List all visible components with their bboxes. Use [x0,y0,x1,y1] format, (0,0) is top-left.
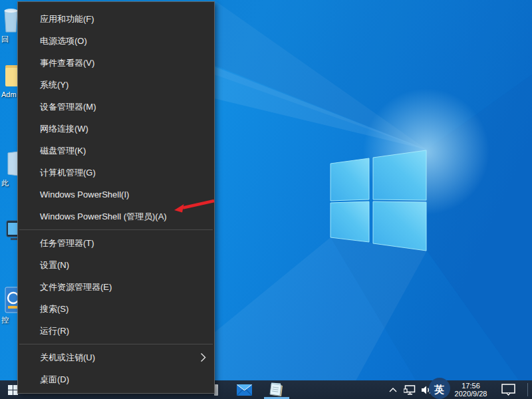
menu-item-run[interactable]: 运行(R) [18,320,214,342]
menu-item-windows-powershell[interactable]: Windows PowerShell(I) [18,184,214,205]
mail-icon [237,384,252,396]
menu-item-windows-powershell-admin[interactable]: Windows PowerShell (管理员)(A) [18,205,214,227]
desktop-icon-label: Adm [1,90,17,98]
desktop-screen: { "menu": { "groups": [ [ {"label": "应用和… [0,0,532,399]
menu-item-device-manager[interactable]: 设备管理器(M) [18,96,214,118]
menu-item-shutdown-or-signout[interactable]: 关机或注销(U) [18,346,214,368]
desktop-icon-label: 回 [1,35,9,45]
folder-icon [0,63,19,89]
recycle-bin-icon [0,5,19,33]
tray-action-center-button[interactable] [499,380,517,399]
menu-item-settings[interactable]: 设置(N) [18,254,214,276]
menu-item-event-viewer[interactable]: 事件查看器(V) [18,52,214,74]
taskbar-notepad-button[interactable] [265,380,289,399]
desktop-icon-recycle-bin[interactable]: 回 [0,5,19,45]
menu-item-network-connections[interactable]: 网络连接(W) [18,118,214,140]
tray-time: 17:56 [447,382,495,390]
taskbar-mail-button[interactable] [234,380,254,399]
tray-clock[interactable]: 17:56 2020/9/28 [447,382,495,398]
show-desktop-button[interactable] [527,383,528,396]
monitor-icon [0,218,19,247]
notepad-icon [269,382,284,397]
desktop-icon-document[interactable]: 此 [0,150,19,190]
menu-item-desktop[interactable]: 桌面(D) [18,368,214,390]
menu-item-power-options[interactable]: 电源选项(O) [18,30,214,52]
desktop-icon-control-panel[interactable]: 控 [0,286,19,327]
menu-item-file-explorer[interactable]: 文件资源管理器(E) [18,276,214,298]
tray-network-button[interactable] [402,380,418,399]
menu-item-task-manager[interactable]: 任务管理器(T) [18,232,214,254]
document-icon [0,150,19,177]
chevron-up-icon [389,388,397,392]
menu-item-system[interactable]: 系统(Y) [18,74,214,96]
network-ethernet-icon [404,385,416,395]
desktop-icon-this-pc[interactable] [0,218,19,258]
tray-ime-language-button[interactable]: 英 [434,384,444,396]
menu-item-apps-and-features[interactable]: 应用和功能(F) [18,8,214,30]
menu-separator [19,344,213,344]
winx-power-user-menu: 应用和功能(F) 电源选项(O) 事件查看器(V) 系统(Y) 设备管理器(M)… [17,1,215,394]
submenu-chevron-right-icon [200,352,206,362]
desktop-icon-label: 此 [1,178,9,188]
menu-item-disk-management[interactable]: 磁盘管理(K) [18,140,214,162]
tray-show-hidden-icons-button[interactable] [386,380,400,399]
menu-item-search[interactable]: 搜索(S) [18,298,214,320]
control-panel-icon [0,286,19,314]
desktop-icon-label: 控 [1,315,9,325]
action-center-icon [501,384,515,396]
menu-separator [19,229,213,230]
windows-start-icon [8,385,18,395]
desktop-icon-admin-folder[interactable]: Adm [0,63,19,102]
menu-item-computer-management[interactable]: 计算机管理(G) [18,162,214,184]
tray-date: 2020/9/28 [447,390,495,398]
